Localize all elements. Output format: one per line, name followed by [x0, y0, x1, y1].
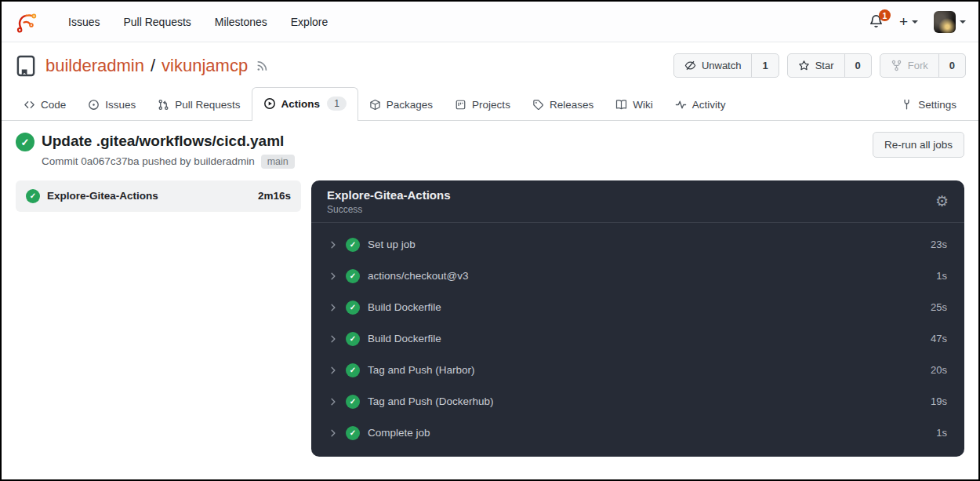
job-steps-list: ✓ Set up job 23s ✓ actio [311, 223, 964, 457]
tab-label: Code [41, 99, 66, 111]
chevron-right-icon[interactable] [328, 303, 338, 312]
chevron-right-icon[interactable] [328, 240, 338, 250]
fork-button[interactable]: Fork [880, 54, 938, 77]
star-button-group: Star 0 [787, 53, 872, 78]
tab-settings[interactable]: Settings [890, 90, 967, 120]
star-button[interactable]: Star [788, 54, 844, 77]
tab-label: Wiki [633, 99, 653, 111]
run-success-check-icon: ✓ [16, 133, 34, 151]
gitea-logo-icon[interactable] [14, 10, 38, 34]
repo-book-icon [14, 54, 38, 78]
tab-activity[interactable]: Activity [664, 90, 737, 120]
repo-tabs: Code Issues Pull Requests [13, 87, 736, 120]
unwatch-button[interactable]: Unwatch [674, 54, 752, 77]
job-step-row[interactable]: ✓ Build Dockerfile 25s [311, 292, 964, 323]
step-duration: 1s [936, 427, 947, 439]
job-step-row[interactable]: ✓ Build Dockerfile 47s [311, 323, 964, 355]
project-icon [455, 99, 466, 111]
user-menu[interactable] [934, 11, 966, 33]
user-avatar [934, 11, 956, 33]
chevron-right-icon[interactable] [328, 397, 338, 406]
job-panel-header: Explore-Gitea-Actions Success ⚙ [311, 180, 964, 223]
tab-label: Packages [387, 99, 433, 111]
issue-icon [88, 99, 100, 111]
tab-issues[interactable]: Issues [77, 90, 147, 120]
step-duration: 25s [931, 301, 947, 313]
fork-icon [891, 60, 902, 71]
nav-item-explore[interactable]: Explore [279, 9, 339, 35]
tab-code[interactable]: Code [13, 90, 77, 120]
top-navbar: Issues Pull Requests Milestones Explore … [2, 2, 978, 42]
job-step-row[interactable]: ✓ actions/checkout@v3 1s [311, 261, 964, 292]
repo-name-link[interactable]: vikunjamcp [162, 56, 248, 76]
run-header: ✓ Update .gitea/workflows/cicd.yaml Comm… [16, 132, 964, 169]
tab-releases[interactable]: Releases [521, 90, 604, 120]
tab-actions[interactable]: Actions 1 [252, 87, 358, 121]
pulse-icon [675, 99, 687, 111]
chevron-right-icon[interactable] [328, 334, 338, 344]
job-list-item[interactable]: ✓ Explore-Gitea-Actions 2m16s [16, 180, 301, 212]
repo-separator: / [151, 56, 155, 76]
job-log-panel: Explore-Gitea-Actions Success ⚙ [311, 180, 964, 457]
eye-slash-icon [684, 60, 696, 71]
plus-icon: + [899, 13, 908, 31]
nav-item-issues[interactable]: Issues [56, 9, 111, 35]
run-title: Update .gitea/workflows/cicd.yaml [42, 132, 295, 151]
jobs-sidebar: ✓ Explore-Gitea-Actions 2m16s [16, 180, 301, 212]
watch-button-group: Unwatch 1 [673, 53, 779, 78]
repo-owner-link[interactable]: builderadmin [45, 56, 144, 76]
step-name: Build Dockerfile [368, 333, 441, 344]
step-duration: 23s [931, 239, 947, 250]
primary-nav: Issues Pull Requests Milestones Explore [56, 9, 339, 35]
notification-count-badge: 1 [879, 9, 891, 21]
step-success-check-icon: ✓ [346, 395, 360, 409]
step-duration: 20s [931, 364, 947, 376]
notifications-bell-icon[interactable]: 1 [869, 14, 884, 29]
tab-label: Releases [550, 99, 593, 111]
gear-icon[interactable]: ⚙ [935, 194, 949, 209]
unwatch-label: Unwatch [702, 60, 742, 71]
fork-button-group: Fork 0 [880, 53, 966, 78]
navbar-right: 1 + [869, 11, 966, 33]
step-name: Set up job [368, 239, 416, 250]
step-success-check-icon: ✓ [346, 363, 360, 377]
tab-label: Issues [105, 99, 136, 111]
create-new-button[interactable]: + [899, 13, 918, 31]
step-name: actions/checkout@v3 [368, 270, 469, 282]
wrench-icon [901, 99, 913, 111]
step-success-check-icon: ✓ [346, 332, 360, 346]
book-icon [615, 99, 627, 111]
rerun-all-jobs-button[interactable]: Re-run all jobs [873, 132, 964, 158]
fork-count[interactable]: 0 [938, 54, 965, 77]
chevron-right-icon[interactable] [328, 271, 338, 281]
nav-item-milestones[interactable]: Milestones [203, 9, 279, 35]
star-count[interactable]: 0 [844, 54, 871, 77]
tab-packages[interactable]: Packages [358, 90, 444, 120]
commit-info: Commit 0a067c37ba pushed by builderadmin [42, 155, 255, 167]
tab-pull-requests[interactable]: Pull Requests [147, 90, 251, 120]
tab-label: Settings [918, 99, 956, 111]
caret-down-icon [912, 20, 918, 24]
job-step-row[interactable]: ✓ Complete job 1s [311, 417, 964, 449]
job-step-row[interactable]: ✓ Tag and Push (Dockerhub) 19s [311, 386, 964, 417]
repo-title: builderadmin / vikunjamcp [45, 56, 248, 76]
step-name: Tag and Push (Dockerhub) [368, 395, 494, 407]
tab-wiki[interactable]: Wiki [604, 90, 664, 120]
chevron-right-icon[interactable] [328, 366, 338, 375]
watch-count[interactable]: 1 [751, 54, 778, 77]
branch-badge[interactable]: main [261, 155, 295, 169]
rss-icon[interactable] [256, 59, 269, 72]
job-step-row[interactable]: ✓ Tag and Push (Harbor) 20s [311, 355, 964, 386]
job-panel-title: Explore-Gitea-Actions [327, 188, 451, 202]
job-step-row[interactable]: ✓ Set up job 23s [311, 229, 964, 261]
tab-projects[interactable]: Projects [444, 90, 521, 120]
caret-down-icon [960, 20, 966, 24]
chevron-right-icon[interactable] [328, 428, 338, 438]
step-name: Build Dockerfile [368, 301, 441, 313]
code-icon [24, 99, 35, 111]
step-success-check-icon: ✓ [346, 238, 360, 252]
job-status: Success [327, 204, 451, 215]
job-success-check-icon: ✓ [26, 189, 40, 203]
step-name: Complete job [368, 427, 430, 439]
nav-item-pull-requests[interactable]: Pull Requests [111, 9, 202, 35]
